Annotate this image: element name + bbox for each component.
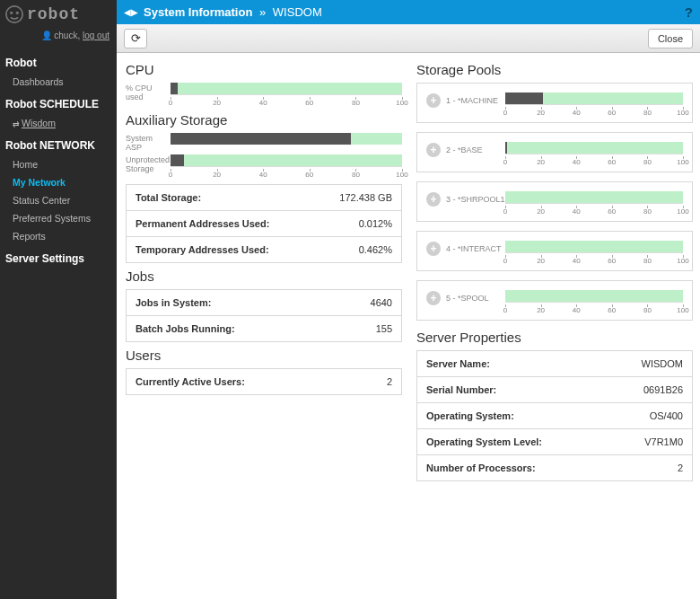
jobs-panel: Jobs in System:4640Batch Jobs Running:15…: [126, 289, 402, 342]
kv-row: Batch Jobs Running:155: [127, 316, 401, 341]
toolbar: ⟳ Close: [117, 24, 700, 53]
kv-key: Operating System:: [426, 410, 650, 421]
expand-icon[interactable]: +: [426, 143, 441, 157]
kv-value: 2: [387, 376, 392, 387]
heading-cpu: CPU: [126, 62, 402, 77]
kv-value: 4640: [371, 297, 392, 308]
chart-label: Unprotected Storage: [126, 154, 171, 174]
heading-jobs: Jobs: [126, 269, 402, 284]
kv-value: 155: [376, 323, 392, 334]
pool-block: +2 - *BASE020406080100: [416, 132, 693, 172]
kv-row: Serial Number:0691B26: [417, 377, 692, 403]
sidebar-item-preferred-systems[interactable]: Preferred Systems: [0, 209, 117, 227]
sidebar: robot 👤 chuck, log out Robot Dashboards …: [0, 0, 117, 599]
nav-section-network[interactable]: Robot NETWORK: [0, 132, 117, 155]
kv-key: Permanent Addresses Used:: [136, 218, 359, 229]
pool-label: 2 - *BASE: [446, 145, 483, 154]
close-button[interactable]: Close: [648, 29, 693, 48]
kv-value: 0.462%: [359, 244, 392, 255]
kv-row: Total Storage:172.438 GB: [127, 185, 401, 211]
expand-icon[interactable]: +: [426, 291, 441, 305]
sidebar-item-my-network[interactable]: My Network: [0, 173, 117, 191]
kv-key: Temporary Addresses Used:: [136, 244, 359, 255]
expand-icon[interactable]: +: [426, 192, 441, 207]
content-area[interactable]: CPU % CPU used020406080100 Auxiliary Sto…: [117, 53, 700, 599]
kv-key: Operating System Level:: [426, 436, 644, 447]
chart-label: % CPU used: [126, 83, 171, 102]
users-panel: Currently Active Users:2: [126, 368, 402, 395]
kv-row: Jobs in System:4640: [127, 290, 401, 316]
heading-pools: Storage Pools: [416, 62, 693, 77]
brand-logo: robot: [0, 0, 117, 29]
kv-value: V7R1M0: [644, 436, 683, 447]
pool-chart: 020406080100: [505, 191, 683, 216]
pool-chart: 020406080100: [505, 92, 683, 117]
pool-chart: 020406080100: [505, 241, 683, 265]
chart-bar: [171, 133, 402, 145]
refresh-button[interactable]: ⟳: [124, 29, 147, 48]
kv-key: Number of Processors:: [426, 462, 678, 473]
server-props-panel: Server Name:WISDOMSerial Number:0691B26O…: [416, 350, 693, 481]
kv-value: 0691B26: [643, 384, 683, 395]
pool-chart: 020406080100: [505, 142, 683, 166]
sidebar-item-reports[interactable]: Reports: [0, 227, 117, 245]
collapse-icon[interactable]: ◀▶: [124, 7, 138, 17]
sidebar-item-dashboards[interactable]: Dashboards: [0, 73, 117, 91]
pool-block: +4 - *INTERACT020406080100: [416, 231, 693, 271]
refresh-icon: ⟳: [131, 31, 141, 45]
chart-label: System ASP: [126, 133, 171, 153]
heading-aux: Auxiliary Storage: [126, 112, 402, 128]
kv-key: Currently Active Users:: [136, 376, 387, 387]
pool-label: 3 - *SHRPOOL1: [446, 195, 505, 204]
pool-block: +3 - *SHRPOOL1020406080100: [416, 181, 693, 222]
logout-link[interactable]: log out: [83, 31, 109, 40]
kv-value: 172.438 GB: [339, 192, 392, 203]
user-name: chuck: [54, 31, 77, 40]
kv-row: Permanent Addresses Used:0.012%: [127, 211, 401, 237]
pool-chart: 020406080100: [505, 290, 683, 314]
kv-value: 2: [678, 462, 683, 473]
kv-row: Operating System:OS/400: [417, 403, 692, 429]
topbar: ◀▶ System Information » WISDOM ?: [117, 0, 700, 24]
heading-server-props: Server Properties: [416, 330, 693, 345]
kv-value: WISDOM: [642, 358, 683, 369]
pool-label: 5 - *SPOOL: [446, 294, 489, 303]
page-title: System Information » WISDOM: [144, 5, 685, 19]
user-row: 👤 chuck, log out: [0, 29, 117, 49]
kv-key: Server Name:: [426, 358, 642, 369]
sidebar-item-home[interactable]: Home: [0, 155, 117, 173]
cpu-chart: % CPU used020406080100: [126, 83, 402, 107]
pools-list: +1 - *MACHINE020406080100+2 - *BASE02040…: [416, 83, 693, 321]
kv-key: Total Storage:: [136, 192, 339, 203]
left-column: CPU % CPU used020406080100 Auxiliary Sto…: [126, 57, 402, 590]
kv-value: 0.012%: [359, 218, 392, 229]
pool-block: +1 - *MACHINE020406080100: [416, 83, 693, 123]
svg-point-1: [10, 12, 13, 14]
swap-icon: ⇄: [13, 119, 20, 128]
pool-label: 4 - *INTERACT: [446, 244, 502, 253]
pool-label: 1 - *MACHINE: [446, 96, 498, 105]
aux-panel: Total Storage:172.438 GBPermanent Addres…: [126, 184, 402, 263]
svg-point-0: [6, 6, 22, 22]
sidebar-item-status-center[interactable]: Status Center: [0, 191, 117, 209]
chart-bar: 020406080100: [171, 83, 402, 107]
pool-block: +5 - *SPOOL020406080100: [416, 280, 693, 321]
nav-section-robot[interactable]: Robot: [0, 49, 117, 73]
right-column: Storage Pools +1 - *MACHINE020406080100+…: [416, 57, 693, 590]
kv-row: Temporary Addresses Used:0.462%: [127, 237, 401, 262]
aux-chart: System ASPUnprotected Storage02040608010…: [126, 133, 402, 179]
kv-row: Operating System Level:V7R1M0: [417, 429, 692, 455]
nav-section-server-settings[interactable]: Server Settings: [0, 245, 117, 269]
expand-icon[interactable]: +: [426, 93, 441, 108]
nav-section-schedule[interactable]: Robot SCHEDULE: [0, 91, 117, 114]
kv-row: Server Name:WISDOM: [417, 351, 692, 377]
help-icon[interactable]: ?: [685, 4, 693, 20]
main: ◀▶ System Information » WISDOM ? ⟳ Close…: [117, 0, 700, 599]
expand-icon[interactable]: +: [426, 242, 441, 256]
kv-key: Serial Number:: [426, 384, 643, 395]
sidebar-sub-wisdom[interactable]: ⇄Wisdom: [0, 114, 117, 132]
kv-row: Currently Active Users:2: [127, 369, 401, 394]
kv-key: Batch Jobs Running:: [136, 323, 376, 334]
kv-value: OS/400: [650, 410, 683, 421]
svg-point-2: [16, 12, 19, 14]
